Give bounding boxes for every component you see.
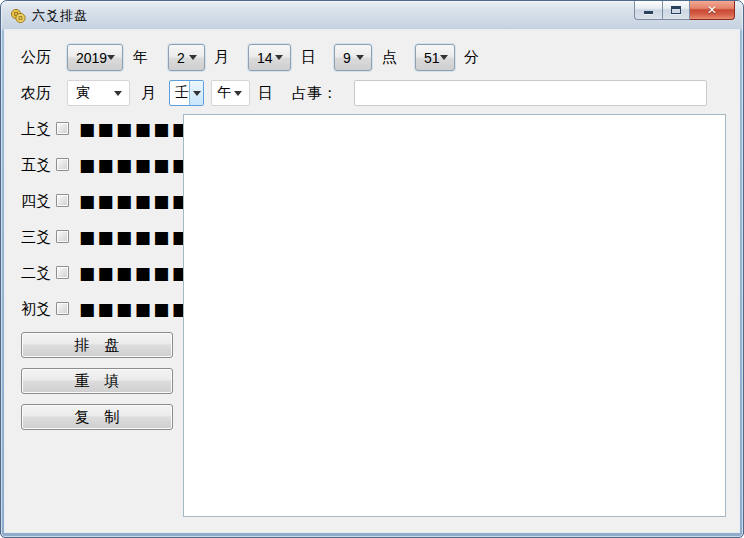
day-unit-label2: 日	[258, 80, 273, 106]
yao-squares: ■■■■■■	[79, 229, 190, 246]
matter-input[interactable]	[354, 80, 707, 106]
yao-label-san: 三爻	[21, 228, 51, 247]
result-textarea[interactable]	[183, 114, 726, 517]
day-branch-select[interactable]: 午	[211, 80, 250, 106]
year-value: 2019	[68, 50, 107, 66]
minimize-icon	[644, 11, 653, 14]
close-button[interactable]: ✕	[690, 1, 735, 20]
minute-select[interactable]: 51	[415, 44, 455, 71]
maximize-icon	[671, 6, 681, 14]
yao-label-shang: 上爻	[21, 120, 51, 139]
year-unit-label: 年	[133, 44, 148, 71]
client-area: 公历 2019 年 2 月 14 日 9 点 51 分 农历 寅	[5, 30, 739, 532]
chevron-down-icon	[234, 91, 242, 96]
arrange-chart-button[interactable]: 排 盘	[21, 332, 173, 358]
close-icon: ✕	[707, 4, 717, 16]
day-value: 14	[249, 50, 273, 66]
day-stem-value: 壬	[170, 84, 189, 102]
day-select[interactable]: 14	[248, 44, 291, 71]
yao-checkbox-si[interactable]	[56, 194, 69, 207]
yao-label-si: 四爻	[21, 192, 51, 211]
day-unit-label: 日	[301, 44, 316, 71]
yao-squares: ■■■■■■	[79, 121, 190, 138]
chevron-down-icon	[193, 91, 201, 96]
app-window: 六爻排盘 ✕ 公历 2019 年 2 月 14 日 9 点 51	[0, 0, 744, 538]
reset-button[interactable]: 重 填	[21, 368, 173, 394]
yao-checkbox-wu[interactable]	[56, 158, 69, 171]
chevron-down-icon	[107, 55, 115, 60]
app-coins-icon	[10, 8, 26, 24]
lunar-label: 农历	[21, 80, 51, 106]
day-stem-select[interactable]: 壬	[169, 80, 204, 106]
minute-value: 51	[416, 50, 440, 66]
copy-button[interactable]: 复 制	[21, 404, 173, 430]
window-controls: ✕	[634, 1, 735, 20]
yao-checkbox-chu[interactable]	[56, 302, 69, 315]
solar-label: 公历	[21, 44, 51, 71]
yao-squares: ■■■■■■	[79, 157, 190, 174]
dropdown-button[interactable]	[189, 81, 203, 105]
hour-select[interactable]: 9	[334, 44, 372, 71]
chevron-down-icon	[114, 91, 122, 96]
yao-label-wu: 五爻	[21, 156, 51, 175]
hour-value: 9	[335, 50, 351, 66]
minute-unit-label: 分	[464, 44, 479, 71]
yao-label-chu: 初爻	[21, 300, 51, 319]
month-select[interactable]: 2	[168, 44, 205, 71]
yao-squares: ■■■■■■	[79, 265, 190, 282]
matter-label: 占事：	[292, 80, 337, 106]
chevron-down-icon	[356, 55, 364, 60]
year-select[interactable]: 2019	[67, 44, 123, 71]
yao-checkbox-san[interactable]	[56, 230, 69, 243]
yao-checkbox-shang[interactable]	[56, 122, 69, 135]
hour-unit-label: 点	[382, 44, 397, 71]
chevron-down-icon	[189, 55, 197, 60]
day-branch-value: 午	[212, 84, 231, 102]
month-unit-label: 月	[214, 44, 229, 71]
maximize-button[interactable]	[663, 1, 690, 20]
window-title: 六爻排盘	[32, 7, 88, 25]
lunar-month-select[interactable]: 寅	[67, 80, 130, 106]
yao-checkbox-er[interactable]	[56, 266, 69, 279]
lunar-month-unit-label: 月	[141, 80, 156, 106]
chevron-down-icon	[440, 55, 448, 60]
minimize-button[interactable]	[634, 1, 663, 20]
yao-squares: ■■■■■■	[79, 301, 190, 318]
chevron-down-icon	[275, 55, 283, 60]
titlebar: 六爻排盘	[1, 1, 743, 30]
yao-squares: ■■■■■■	[79, 193, 190, 210]
month-value: 2	[169, 50, 185, 66]
lunar-month-value: 寅	[68, 84, 90, 102]
yao-label-er: 二爻	[21, 264, 51, 283]
